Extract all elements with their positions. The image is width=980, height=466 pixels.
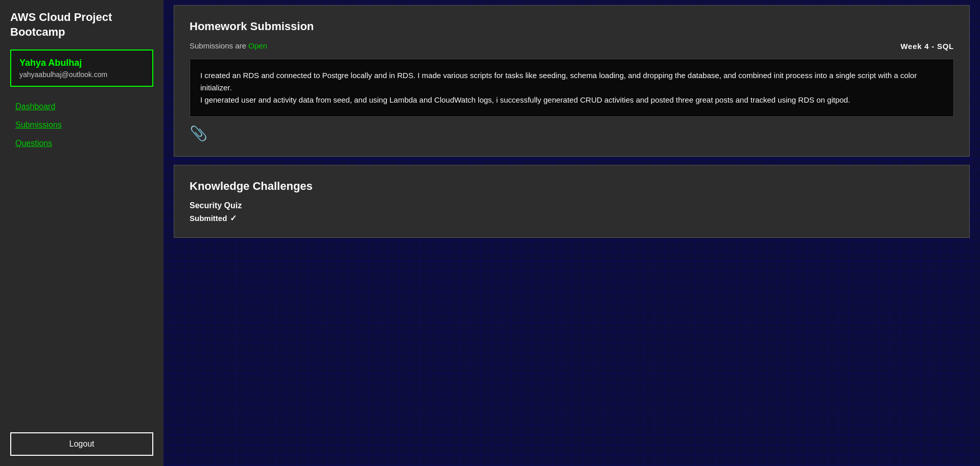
app-title: AWS Cloud Project Bootcamp — [10, 10, 153, 39]
challenge-status-label: Submitted — [190, 214, 227, 223]
homework-card-title: Homework Submission — [190, 20, 954, 33]
user-name: Yahya Abulhaj — [19, 58, 144, 68]
submission-text: I created an RDS and connected to Postgr… — [200, 69, 943, 106]
user-email: yahyaabulhaj@outlook.com — [19, 70, 144, 79]
logout-button[interactable]: Logout — [10, 432, 153, 456]
homework-submission-card: Homework Submission Submissions are Open… — [174, 5, 970, 157]
sidebar-item-questions[interactable]: Questions — [15, 139, 153, 148]
challenge-status: Submitted ✓ — [190, 213, 954, 223]
main-content: Homework Submission Submissions are Open… — [164, 0, 980, 466]
nav-links: Dashboard Submissions Questions — [10, 102, 153, 148]
sidebar-item-submissions[interactable]: Submissions — [15, 120, 153, 130]
submission-status-row: Submissions are Open Week 4 - SQL — [190, 41, 954, 51]
knowledge-card-title: Knowledge Challenges — [190, 180, 954, 193]
sidebar: AWS Cloud Project Bootcamp Yahya Abulhaj… — [0, 0, 164, 466]
check-mark-icon: ✓ — [230, 213, 237, 223]
sidebar-item-dashboard[interactable]: Dashboard — [15, 102, 153, 111]
knowledge-challenges-card: Knowledge Challenges Security Quiz Submi… — [174, 165, 970, 238]
submission-status-prefix: Submissions are — [190, 41, 248, 50]
submission-status-value: Open — [248, 41, 267, 50]
challenge-name: Security Quiz — [190, 201, 954, 210]
week-label: Week 4 - SQL — [900, 42, 954, 51]
user-card: Yahya Abulhaj yahyaabulhaj@outlook.com — [10, 50, 153, 87]
submission-status: Submissions are Open — [190, 41, 267, 51]
attachment-icon[interactable]: 📎 — [190, 125, 207, 142]
challenge-item: Security Quiz Submitted ✓ — [190, 201, 954, 223]
submission-text-box: I created an RDS and connected to Postgr… — [190, 59, 954, 117]
